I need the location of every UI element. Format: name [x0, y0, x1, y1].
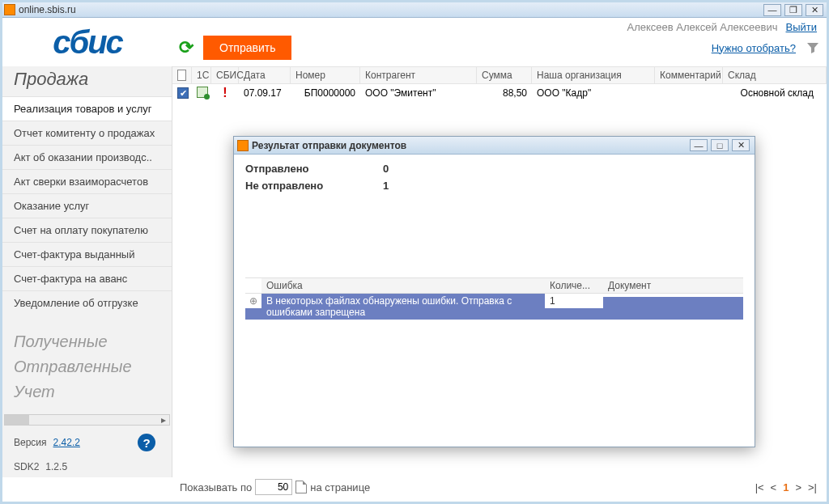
cell-date: 07.09.17 [239, 87, 291, 99]
version-label: Версия [14, 437, 47, 448]
doc-1c-icon [197, 87, 208, 98]
page-next[interactable]: > [795, 481, 801, 493]
select-all-checkbox[interactable] [177, 70, 186, 81]
logout-link[interactable]: Выйти [786, 21, 818, 33]
sidebar-section[interactable]: Полученные [14, 329, 160, 354]
table-header: 1С СБИС Дата Номер Контрагент Сумма Наша… [172, 66, 827, 84]
col-warehouse[interactable]: Склад [723, 67, 827, 83]
footer: Показывать по на странице |< < 1 > >| [175, 475, 822, 499]
sidebar-item[interactable]: Отчет комитенту о продажах [2, 121, 172, 145]
table-row[interactable]: ✔ ! 07.09.17 БП0000000 ООО "Эмитент" 88,… [172, 84, 827, 102]
dlg-cell-error: В некоторых файлах обнаружены ошибки. От… [261, 294, 545, 320]
sdk-value: 1.2.5 [45, 461, 67, 472]
window-title: online.sbis.ru [19, 4, 763, 15]
show-by-label: Показывать по [180, 481, 252, 493]
col-comment[interactable]: Комментарий [655, 67, 723, 83]
send-result-dialog: Результат отправки документов — □ ✕ Отпр… [233, 136, 755, 447]
per-page-input[interactable] [255, 479, 292, 495]
sent-value: 0 [383, 163, 389, 175]
send-button[interactable]: Отправить [203, 36, 291, 60]
dlg-row[interactable]: ⊕ В некоторых файлах обнаружены ошибки. … [245, 294, 743, 320]
header: сбис Алексеев Алексей Алексеевич Выйти ⟳… [2, 18, 827, 66]
sidebar-item[interactable]: Счет-фактура выданный [2, 242, 172, 266]
cell-contragent: ООО "Эмитент" [360, 87, 477, 99]
sidebar-item[interactable]: Уведомление об отгрузке [2, 290, 172, 315]
page-last[interactable]: >| [808, 481, 817, 493]
col-1c[interactable]: 1С [192, 67, 211, 83]
sidebar-section[interactable]: Учет [14, 379, 160, 404]
col-num[interactable]: Номер [291, 67, 360, 83]
expand-icon[interactable]: ⊕ [245, 294, 261, 308]
row-checkbox[interactable]: ✔ [177, 87, 189, 99]
sdk-label: SDK2 [14, 461, 39, 472]
window-restore-button[interactable]: ❐ [784, 4, 802, 16]
dialog-close-button[interactable]: ✕ [732, 139, 750, 151]
app-window: online.sbis.ru — ❐ ✕ сбис Алексеев Алекс… [0, 0, 829, 504]
sidebar: Продажа Реализация товаров и услуг Отчет… [2, 66, 172, 477]
sidebar-title: Продажа [2, 66, 172, 96]
warning-icon: ! [223, 86, 227, 100]
page-current: 1 [783, 481, 789, 493]
on-page-label: на странице [310, 481, 370, 493]
window-minimize-button[interactable]: — [763, 4, 781, 16]
app-icon [237, 140, 249, 151]
help-icon[interactable]: ? [138, 434, 155, 451]
pagination: |< < 1 > >| [755, 481, 817, 493]
filter-icon[interactable] [806, 40, 820, 55]
sidebar-section[interactable]: Отправленные [14, 354, 160, 379]
dlg-cell-count: 1 [545, 294, 603, 308]
logo: сбис [2, 24, 172, 61]
cell-warehouse: Основной склад [723, 87, 827, 99]
not-sent-value: 1 [383, 180, 389, 192]
dialog-minimize-button[interactable]: — [690, 139, 708, 151]
user-name: Алексеев Алексей Алексеевич [627, 21, 778, 33]
col-sbis[interactable]: СБИС [211, 67, 239, 83]
window-close-button[interactable]: ✕ [806, 4, 823, 16]
dialog-title: Результат отправки документов [252, 140, 690, 151]
sidebar-scrollbar[interactable]: ▸ [4, 414, 170, 426]
cell-sum: 88,50 [477, 87, 532, 99]
dlg-col-count[interactable]: Количе... [545, 278, 603, 293]
page-prev[interactable]: < [771, 481, 777, 493]
sidebar-item[interactable]: Счет на оплату покупателю [2, 218, 172, 242]
not-sent-label: Не отправлено [245, 180, 383, 192]
app-icon [4, 4, 15, 15]
col-org[interactable]: Наша организация [532, 67, 655, 83]
sidebar-item[interactable]: Оказание услуг [2, 193, 172, 218]
dialog-maximize-button[interactable]: □ [711, 139, 729, 151]
window-title-bar: online.sbis.ru — ❐ ✕ [2, 2, 827, 18]
sidebar-item[interactable]: Счет-фактура на аванс [2, 266, 172, 290]
cell-org: ООО "Кадр" [532, 87, 655, 99]
col-date[interactable]: Дата [239, 67, 291, 83]
dlg-cell-doc [603, 294, 743, 297]
refresh-icon[interactable]: ⟳ [179, 37, 193, 58]
sidebar-list: Реализация товаров и услуг Отчет комитен… [2, 96, 172, 315]
sent-label: Отправлено [245, 163, 383, 175]
sidebar-item[interactable]: Акт сверки взаиморасчетов [2, 169, 172, 193]
sidebar-item[interactable]: Акт об оказании производс.. [2, 145, 172, 169]
cell-num: БП0000000 [291, 87, 360, 99]
page-first[interactable]: |< [755, 481, 764, 493]
sidebar-item[interactable]: Реализация товаров и услуг [2, 96, 172, 121]
version-value[interactable]: 2.42.2 [53, 437, 80, 448]
page-icon [295, 481, 307, 493]
need-filter-link[interactable]: Нужно отобрать? [712, 42, 796, 54]
dlg-col-error[interactable]: Ошибка [261, 278, 545, 293]
dlg-col-document[interactable]: Документ [603, 278, 743, 293]
col-contragent[interactable]: Контрагент [360, 67, 477, 83]
logo-text: сбис [53, 24, 122, 61]
col-sum[interactable]: Сумма [477, 67, 532, 83]
